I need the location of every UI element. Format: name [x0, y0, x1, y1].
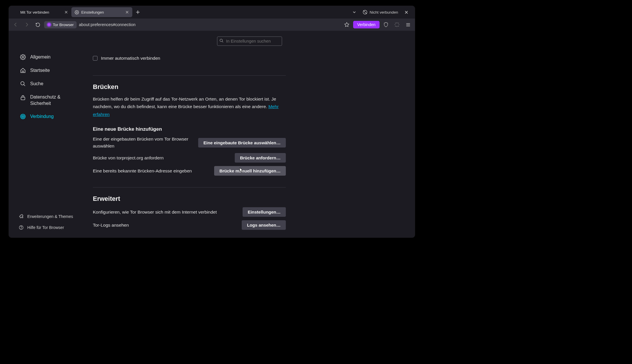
preferences-sidebar: Allgemein Startseite Suche Datenschutz &…	[9, 31, 84, 238]
browser-window: Mit Tor verbinden Einstellungen	[9, 6, 415, 238]
category-privacy[interactable]: Datenschutz & Sicherheit	[17, 91, 81, 109]
bridges-description: Brücken helfen dir beim Zugriff auf das …	[93, 95, 286, 118]
home-icon	[20, 67, 26, 74]
category-search[interactable]: Suche	[17, 78, 81, 90]
category-label: Startseite	[30, 68, 50, 73]
checkbox-icon	[93, 56, 97, 61]
category-label: Datenschutz & Sicherheit	[30, 94, 79, 106]
close-icon[interactable]	[64, 10, 68, 14]
select-builtin-bridge-button[interactable]: Eine eingebaute Brücke auswählen…	[198, 138, 286, 148]
category-connection[interactable]: Verbindung	[17, 110, 81, 123]
checkbox-label: Immer automatisch verbinden	[101, 56, 160, 61]
svg-point-7	[22, 116, 24, 117]
new-identity-icon[interactable]	[392, 20, 402, 29]
preferences-search-input[interactable]	[217, 37, 282, 46]
category-label: Suche	[30, 81, 43, 86]
add-bridge-heading: Eine neue Brücke hinzufügen	[93, 126, 286, 132]
section-divider	[93, 187, 286, 188]
svg-point-2	[22, 57, 24, 58]
sidebar-link-label: Hilfe für Tor Browser	[27, 225, 64, 230]
gear-icon	[74, 10, 79, 14]
search-icon	[20, 81, 26, 87]
not-connected-icon	[362, 10, 368, 15]
category-home[interactable]: Startseite	[17, 64, 81, 77]
svg-point-0	[76, 12, 77, 13]
identity-chip[interactable]: Tor Browser	[44, 21, 77, 28]
connection-status-label: Nicht verbunden	[370, 10, 398, 14]
sidebar-help-link[interactable]: Hilfe für Tor Browser	[17, 223, 81, 232]
manual-bridge-desc: Eine bereits bekannte Brücken-Adresse ei…	[93, 168, 197, 174]
question-icon	[19, 225, 24, 230]
request-bridge-button[interactable]: Brücke anfordern…	[235, 153, 286, 163]
tor-favicon	[13, 10, 18, 14]
tor-onion-icon	[47, 23, 51, 27]
reload-button[interactable]	[33, 20, 42, 29]
svg-point-3	[21, 82, 24, 85]
identity-label: Tor Browser	[53, 23, 74, 27]
navigation-toolbar: Tor Browser about:preferences#connection…	[9, 19, 415, 31]
tab-label: Mit Tor verbinden	[20, 10, 49, 14]
view-logs-button[interactable]: Logs ansehen…	[242, 220, 286, 230]
svg-point-6	[21, 115, 24, 118]
tab-connect[interactable]: Mit Tor verbinden	[10, 7, 71, 17]
bridges-heading: Brücken	[93, 83, 286, 91]
bookmark-star-icon[interactable]	[342, 20, 351, 29]
network-settings-button[interactable]: Einstellungen…	[243, 207, 286, 217]
category-label: Allgemein	[30, 54, 50, 60]
sidebar-link-label: Erweiterungen & Themes	[27, 214, 73, 219]
window-close-button[interactable]	[402, 8, 410, 16]
url-text: about:preferences#connection	[79, 22, 136, 27]
gear-icon	[20, 54, 26, 60]
request-bridge-desc: Brücke von torproject.org anfordern	[93, 154, 197, 161]
forward-button[interactable]	[22, 20, 31, 29]
connect-button[interactable]: Verbinden	[353, 21, 380, 28]
builtin-bridge-desc: Eine der eingebauten Brücken vom Tor Bro…	[93, 136, 192, 150]
add-bridge-manually-button[interactable]: Brücke manuell hinzufügen…	[214, 166, 286, 176]
tab-strip: Mit Tor verbinden Einstellungen	[9, 6, 415, 19]
category-general[interactable]: Allgemein	[17, 51, 81, 63]
lock-icon	[20, 94, 26, 101]
auto-connect-checkbox[interactable]: Immer automatisch verbinden	[93, 56, 286, 61]
section-divider	[93, 75, 286, 76]
close-icon[interactable]	[125, 10, 129, 14]
sidebar-addons-link[interactable]: Erweiterungen & Themes	[17, 212, 81, 221]
url-bar[interactable]: Tor Browser about:preferences#connection	[44, 20, 340, 29]
new-tab-button[interactable]	[133, 8, 142, 17]
view-logs-desc: Tor-Logs ansehen	[93, 222, 197, 229]
preferences-content: Allgemein Startseite Suche Datenschutz &…	[9, 31, 415, 238]
svg-point-9	[21, 229, 21, 229]
tab-settings[interactable]: Einstellungen	[71, 7, 132, 17]
svg-rect-4	[21, 97, 25, 100]
connect-button-label: Verbinden	[357, 22, 375, 27]
puzzle-icon	[19, 214, 24, 219]
alltabs-button[interactable]	[350, 8, 358, 16]
network-settings-desc: Konfigurieren, wie Tor Browser sich mit …	[93, 209, 232, 216]
preferences-main: Immer automatisch verbinden Brücken Brüc…	[84, 31, 415, 238]
advanced-heading: Erweitert	[93, 195, 286, 203]
tab-label: Einstellungen	[81, 10, 104, 14]
onion-icon	[20, 113, 26, 120]
hamburger-menu-icon[interactable]	[403, 20, 413, 29]
connection-status: Nicht verbunden	[362, 10, 398, 15]
back-button[interactable]	[11, 20, 20, 29]
category-label: Verbindung	[30, 114, 54, 119]
shield-icon[interactable]	[381, 20, 391, 29]
